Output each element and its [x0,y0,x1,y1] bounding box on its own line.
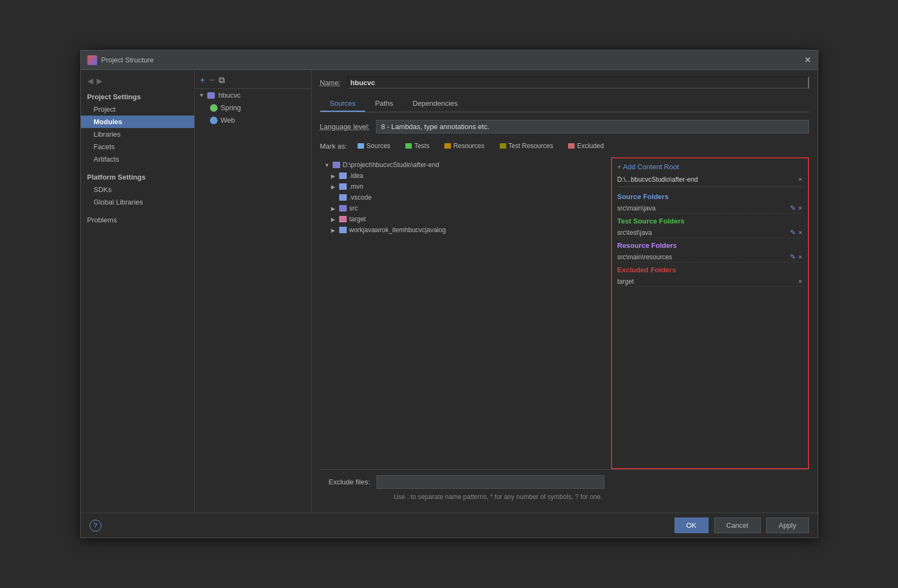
source-actions-0: ✎ × [790,204,803,212]
workjava-folder-icon [339,227,347,233]
resource-folder-entry-0: src\main\resources ✎ × [617,252,803,263]
test-source-folders-header: Test Source Folders [617,217,803,225]
src-label: src [349,204,358,212]
module-root-name: hbucvc [218,91,240,99]
vscode-folder-icon [339,194,347,201]
mark-excluded-button[interactable]: Excluded [564,141,608,151]
content-root-path-row: D:\...bbucvcStudio\after-end × [617,175,803,187]
sources-icon [358,143,364,149]
add-content-root-button[interactable]: + Add Content Root [617,163,803,171]
project-structure-window: Project Structure ✕ ◀ ▶ Project Settings… [80,50,818,538]
excluded-icon [568,143,575,149]
file-tree: ▼ D:\project\hbucvcStudio\after-end ▶ .i… [320,157,611,469]
bottom-area: Exclude files: Use ; to separate name pa… [320,469,809,506]
back-arrow[interactable]: ◀ [87,76,93,85]
ok-button[interactable]: OK [674,517,709,533]
spring-icon [210,104,218,112]
cancel-button[interactable]: Cancel [714,517,761,533]
sidebar-item-libraries[interactable]: Libraries [81,128,194,140]
idea-folder-icon [339,172,347,179]
footer: ? OK Cancel Apply [81,513,818,538]
module-spring[interactable]: Spring [195,101,311,114]
forward-arrow[interactable]: ▶ [97,76,103,85]
excluded-folders-header: Excluded Folders [617,266,803,274]
vscode-label: .vscode [349,194,372,201]
mark-tests-button[interactable]: Tests [401,141,434,151]
add-module-button[interactable]: + [200,75,205,85]
close-button[interactable]: ✕ [804,56,811,65]
test-resources-icon [500,143,506,149]
root-folder-icon [333,162,340,168]
tab-sources[interactable]: Sources [320,96,366,112]
content-root-close[interactable]: × [798,175,803,183]
mark-test-resources-button[interactable]: Test Resources [495,141,558,151]
main-content: + − ⧉ ▼ hbucvc Spring Web [195,70,818,513]
language-level-select[interactable]: 8 - Lambdas, type annotations etc. [376,120,808,133]
edit-resource-0[interactable]: ✎ [790,253,796,261]
source-path-0: src\main\java [617,204,790,212]
tree-toolbar: + − ⧉ [195,72,311,89]
module-folder-icon [207,92,215,99]
file-tree-root[interactable]: ▼ D:\project\hbucvcStudio\after-end [320,159,611,170]
sidebar-divider [81,165,194,170]
sidebar-item-modules[interactable]: Modules [81,116,194,128]
footer-left: ? [90,520,101,532]
nav-arrows: ◀ ▶ [81,74,194,90]
sidebar-item-facets[interactable]: Facets [81,140,194,153]
module-tree-root[interactable]: ▼ hbucvc [195,89,311,101]
source-folder-entry-0: src\main\java ✎ × [617,203,803,214]
exclude-hint: Use ; to separate name patterns, * for a… [329,493,800,501]
test-source-actions-0: ✎ × [790,228,803,237]
title-bar-left: Project Structure [87,55,154,65]
root-chevron: ▼ [324,162,330,168]
sidebar-item-artifacts[interactable]: Artifacts [81,153,194,165]
exclude-files-input[interactable] [377,475,604,489]
help-button[interactable]: ? [90,520,101,532]
sidebar-item-sdks[interactable]: SDKs [81,183,194,196]
folders-panel: + Add Content Root D:\...bbucvcStudio\af… [611,157,809,469]
workjava-label: workjavawrok_itemhbucvcjavalog [349,226,446,234]
module-tree: + − ⧉ ▼ hbucvc Spring Web [195,70,311,513]
sidebar-item-global-libraries[interactable]: Global Libraries [81,196,194,208]
excluded-path-0: target [617,278,798,285]
tests-icon [405,143,412,149]
sidebar-divider-2 [81,208,194,213]
resource-folders-header: Resource Folders [617,241,803,250]
remove-resource-0[interactable]: × [798,253,803,261]
edit-test-source-0[interactable]: ✎ [790,228,796,237]
app-icon [87,55,97,65]
apply-button[interactable]: Apply [766,517,809,533]
edit-source-0[interactable]: ✎ [790,204,796,212]
copy-module-button[interactable]: ⧉ [219,75,225,85]
mark-sources-button[interactable]: Sources [353,141,394,151]
name-label: Name: [320,79,341,87]
remove-excluded-0[interactable]: × [798,277,803,285]
file-tree-workjava[interactable]: ▶ workjavawrok_itemhbucvcjavalog [320,225,611,235]
remove-module-button[interactable]: − [209,75,214,85]
chevron-down-icon: ▼ [199,92,205,98]
remove-source-0[interactable]: × [798,204,803,212]
mvn-folder-icon [339,183,347,190]
tabs: Sources Paths Dependencies [320,96,809,112]
file-tree-vscode[interactable]: ▶ .vscode [320,192,611,203]
file-tree-target[interactable]: ▶ target [320,214,611,225]
mark-resources-button[interactable]: Resources [440,141,488,151]
sidebar-item-problems[interactable]: Problems [81,213,194,226]
footer-right: OK Cancel Apply [674,517,809,533]
tab-dependencies[interactable]: Dependencies [403,96,467,112]
sidebar-item-project[interactable]: Project [81,103,194,116]
remove-test-source-0[interactable]: × [798,228,803,237]
web-icon [210,117,218,124]
module-web[interactable]: Web [195,114,311,126]
name-input[interactable] [347,76,809,88]
tab-paths[interactable]: Paths [365,96,403,112]
file-tree-src[interactable]: ▶ src [320,203,611,214]
platform-settings-label: Platform Settings [81,170,194,183]
root-path-label: D:\project\hbucvcStudio\after-end [343,161,440,169]
tree-folders-layout: ▼ D:\project\hbucvcStudio\after-end ▶ .i… [320,157,809,469]
file-tree-idea[interactable]: ▶ .idea [320,170,611,181]
file-tree-mvn[interactable]: ▶ .mvn [320,181,611,192]
exclude-files-label: Exclude files: [329,478,371,486]
resource-path-0: src\main\resources [617,253,790,261]
language-level-label: Language level: [320,123,370,131]
